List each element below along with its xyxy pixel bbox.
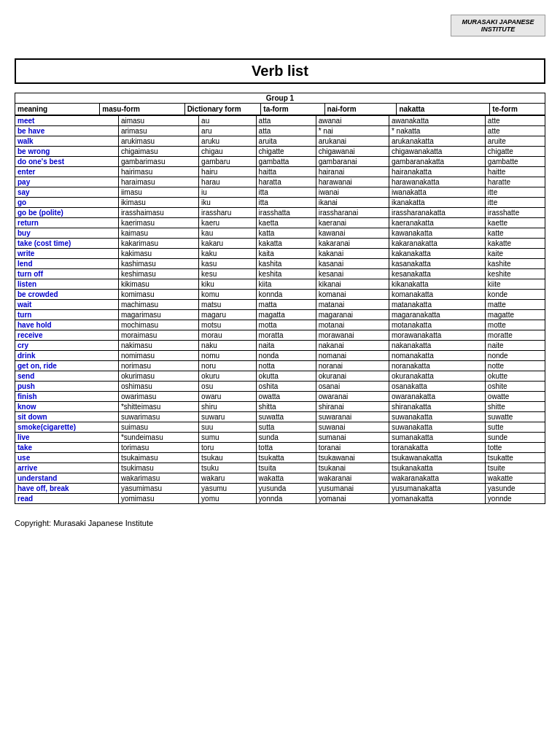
- meaning-cell: send: [15, 371, 119, 382]
- data-cell: irasshaimasu: [118, 208, 198, 218]
- col-header-te: te-form: [490, 104, 545, 115]
- data-cell: wakaranakatta: [389, 473, 485, 484]
- data-cell: tsuita: [256, 463, 316, 473]
- data-cell: irassharanai: [316, 208, 389, 218]
- data-cell: gambatta: [256, 157, 316, 167]
- data-cell: naite: [485, 341, 545, 351]
- table-row: finishowarimasuowaruowattaowaranaiowaran…: [15, 392, 545, 402]
- meaning-cell: push: [15, 382, 119, 392]
- col-header-ta: ta-form: [261, 104, 324, 115]
- data-cell: yusumanai: [316, 484, 389, 494]
- data-cell: yusumanakatta: [389, 484, 485, 494]
- data-cell: aruku: [199, 136, 256, 147]
- data-cell: magatte: [485, 310, 545, 320]
- table-row: have off, breakyasumimasuyasumuyusundayu…: [15, 484, 545, 494]
- data-cell: suwarimasu: [118, 412, 198, 422]
- data-cell: suwanakatta: [389, 422, 485, 433]
- data-cell: chigau: [199, 147, 256, 157]
- data-cell: * nakatta: [389, 126, 485, 136]
- data-cell: owatte: [485, 392, 545, 402]
- data-cell: keshimasu: [118, 269, 198, 279]
- data-cell: harawanakatta: [389, 177, 485, 187]
- table-row: enterhairimasuhairuhaittahairanaihairana…: [15, 167, 545, 177]
- data-cell: wakaru: [199, 473, 256, 484]
- col-header-masu: masu-form: [100, 104, 184, 115]
- data-cell: matanakatta: [389, 300, 485, 310]
- table-row: buykaimasukaukattakawanaikawanakattakatt…: [15, 228, 545, 239]
- data-cell: kaeru: [199, 218, 256, 228]
- data-cell: kakanakatta: [389, 249, 485, 259]
- data-cell: kikanakatta: [389, 279, 485, 290]
- meaning-cell: lend: [15, 259, 119, 269]
- data-cell: kakarimasu: [118, 239, 198, 249]
- data-cell: yasumu: [199, 484, 256, 494]
- data-cell: iku: [199, 198, 256, 208]
- meaning-cell: walk: [15, 136, 119, 147]
- table-row: walkarukimasuarukuaruitaarukanaiarukanak…: [15, 136, 545, 147]
- data-cell: wakatta: [256, 473, 316, 484]
- table-row: payharaimasuharauharattaharawanaiharawan…: [15, 177, 545, 187]
- data-cell: owatta: [256, 392, 316, 402]
- data-cell: arimasu: [118, 126, 198, 136]
- data-cell: kakaranakatta: [389, 239, 485, 249]
- data-cell: aruite: [485, 136, 545, 147]
- data-cell: awanai: [316, 116, 389, 126]
- data-cell: kesanai: [316, 269, 389, 279]
- data-cell: shiranai: [316, 402, 389, 412]
- data-cell: noru: [199, 361, 256, 371]
- table-row: writekakimasukakukaitakakanaikakanakatta…: [15, 249, 545, 259]
- data-cell: kasanai: [316, 259, 389, 269]
- data-cell: konde: [485, 290, 545, 300]
- data-cell: ikanai: [316, 198, 389, 208]
- data-cell: sutte: [485, 422, 545, 433]
- col-header-meaning: meaning: [15, 104, 100, 115]
- data-cell: kesanakatta: [389, 269, 485, 279]
- data-cell: shiranakatta: [389, 402, 485, 412]
- meaning-cell: enter: [15, 167, 119, 177]
- data-cell: tsukawanai: [316, 453, 389, 463]
- table-row: live*sundeimasusumusundasumanaisumanakat…: [15, 433, 545, 443]
- meaning-cell: take (cost time): [15, 239, 119, 249]
- data-cell: owarimasu: [118, 392, 198, 402]
- data-cell: harau: [199, 177, 256, 187]
- table-row: sit downsuwarimasusuwarusuwattasuwaranai…: [15, 412, 545, 422]
- data-cell: kiita: [256, 279, 316, 290]
- data-cell: kaeranakatta: [389, 218, 485, 228]
- data-cell: ikimasu: [118, 198, 198, 208]
- table-row: be wrongchigaimasuchigauchigattechigawan…: [15, 147, 545, 157]
- data-cell: kakimasu: [118, 249, 198, 259]
- meaning-cell: receive: [15, 330, 119, 341]
- table-row: sendokurimasuokuruokuttaokuranaiokuranak…: [15, 371, 545, 382]
- meaning-cell: know: [15, 402, 119, 412]
- header-logo: MURASAKI JAPANESE INSTITUTE: [451, 15, 545, 36]
- data-cell: kaimasu: [118, 228, 198, 239]
- data-cell: sunda: [256, 433, 316, 443]
- data-cell: okutte: [485, 371, 545, 382]
- meaning-cell: write: [15, 249, 119, 259]
- data-cell: kakatta: [256, 239, 316, 249]
- data-cell: okurimasu: [118, 371, 198, 382]
- data-cell: magatta: [256, 310, 316, 320]
- data-cell: shitta: [256, 402, 316, 412]
- table-row: take (cost time)kakarimasukakarukakattak…: [15, 239, 545, 249]
- data-cell: magaranai: [316, 310, 389, 320]
- data-cell: totta: [256, 443, 316, 453]
- data-cell: komanai: [316, 290, 389, 300]
- meaning-cell: cry: [15, 341, 119, 351]
- data-cell: sunde: [485, 433, 545, 443]
- data-cell: komanakatta: [389, 290, 485, 300]
- data-cell: moraimasu: [118, 330, 198, 341]
- data-cell: haitte: [485, 167, 545, 177]
- data-cell: mochimasu: [118, 320, 198, 330]
- data-cell: yomu: [199, 494, 256, 504]
- data-cell: motsu: [199, 320, 256, 330]
- footer: Copyright: Murasaki Japanese Institute: [15, 519, 545, 527]
- col-header-nai: nai-form: [324, 104, 397, 115]
- data-cell: iu: [199, 187, 256, 198]
- data-cell: komimasu: [118, 290, 198, 300]
- meaning-cell: arrive: [15, 463, 119, 473]
- table-row: meetaimasuauattaawanaiawanakattaatte: [15, 116, 545, 126]
- meaning-cell: return: [15, 218, 119, 228]
- table-row: goikimasuikuittaikanaiikanakattaitte: [15, 198, 545, 208]
- data-cell: komu: [199, 290, 256, 300]
